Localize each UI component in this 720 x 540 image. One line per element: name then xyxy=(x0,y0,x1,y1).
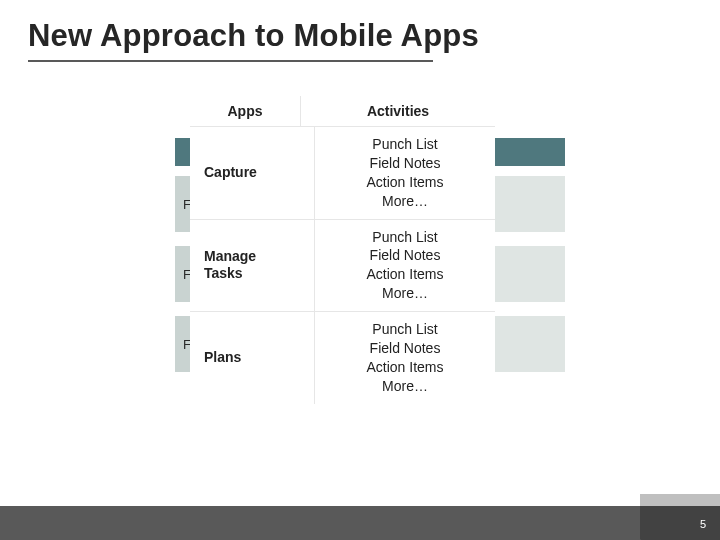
app-name: Plans xyxy=(190,312,315,404)
footer-bar xyxy=(0,506,720,540)
activity-item: Field Notes xyxy=(370,339,441,358)
footer-accent xyxy=(0,494,720,506)
activity-item: More… xyxy=(382,377,428,396)
slide: New Approach to Mobile Apps F F F Apps A… xyxy=(0,0,720,540)
app-name-text: Capture xyxy=(204,164,257,182)
page-number: 5 xyxy=(700,518,706,530)
activity-item: More… xyxy=(382,192,428,211)
activity-item: Field Notes xyxy=(370,246,441,265)
activity-item: Action Items xyxy=(366,358,443,377)
activities-cell: Punch List Field Notes Action Items More… xyxy=(315,312,495,404)
activity-item: Punch List xyxy=(372,320,437,339)
activity-item: Action Items xyxy=(366,265,443,284)
app-name-text: Manage Tasks xyxy=(204,248,256,283)
activity-item: More… xyxy=(382,284,428,303)
activity-item: Punch List xyxy=(372,228,437,247)
activity-item: Punch List xyxy=(372,135,437,154)
app-name: Manage Tasks xyxy=(190,220,315,312)
title-underline xyxy=(28,60,433,62)
header-apps: Apps xyxy=(190,96,301,126)
activity-item: Field Notes xyxy=(370,154,441,173)
app-name: Capture xyxy=(190,127,315,219)
app-name-text: Plans xyxy=(204,349,241,367)
header-activities: Activities xyxy=(301,96,495,126)
apps-activities-table: Apps Activities Capture Punch List Field… xyxy=(190,96,495,404)
table-row: Manage Tasks Punch List Field Notes Acti… xyxy=(190,220,495,313)
table-row: Plans Punch List Field Notes Action Item… xyxy=(190,312,495,404)
activities-cell: Punch List Field Notes Action Items More… xyxy=(315,127,495,219)
activity-item: Action Items xyxy=(366,173,443,192)
table-row: Capture Punch List Field Notes Action It… xyxy=(190,127,495,220)
table-header-row: Apps Activities xyxy=(190,96,495,127)
page-title: New Approach to Mobile Apps xyxy=(28,18,479,54)
activities-cell: Punch List Field Notes Action Items More… xyxy=(315,220,495,312)
